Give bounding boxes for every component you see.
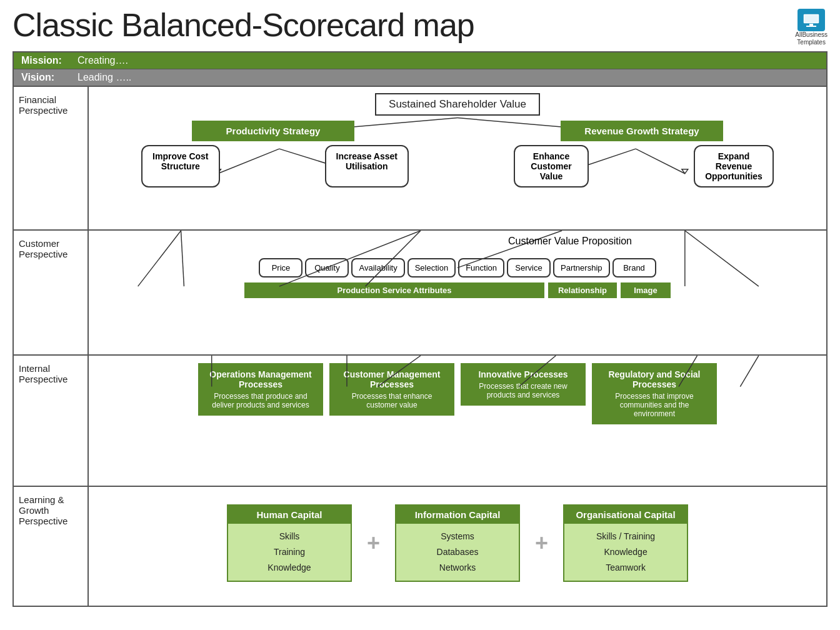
diagram: Mission: Creating…. Vision: Leading ….. … <box>12 51 828 607</box>
customer-label: CustomerPerspective <box>14 231 89 354</box>
header-row: Classic Balanced-Scorecard map AllBusine… <box>12 6 828 46</box>
customer-management-process-box: Customer Management Processes Processes … <box>329 363 454 416</box>
revenue-strategy-box: Revenue Growth Strategy <box>561 121 723 141</box>
innovative-process-box: Innovative Processes Processes that crea… <box>461 363 586 406</box>
information-capital-box: Information Capital Systems Databases Ne… <box>395 504 520 582</box>
attr-selection: Selection <box>408 258 456 278</box>
internal-body: Operations Management Processes Processe… <box>89 356 826 486</box>
attr-availability: Availability <box>351 258 404 278</box>
mission-row: Mission: Creating…. <box>14 52 826 69</box>
financial-body: Sustained Shareholder Value Productivity… <box>89 87 826 229</box>
vision-row: Vision: Leading ….. <box>14 69 826 87</box>
plus-sign-2: + <box>535 530 548 556</box>
logo-box: AllBusinessTemplates <box>795 9 828 46</box>
organisational-capital-title: Organisational Capital <box>564 506 687 524</box>
learning-section: Learning &GrowthPerspective Human Capita… <box>14 487 826 606</box>
human-capital-box: Human Capital Skills Training Knowledge <box>227 504 352 582</box>
learning-label: Learning &GrowthPerspective <box>14 487 89 606</box>
human-capital-title: Human Capital <box>228 506 351 524</box>
bottom-bars: Production Service Attributes Relationsh… <box>91 282 824 298</box>
attribute-row: Price Quality Availability Selection Fun… <box>91 258 824 278</box>
financial-label: FinancialPerspective <box>14 87 89 229</box>
customer-section: CustomerPerspective <box>14 231 826 356</box>
page-wrapper: Classic Balanced-Scorecard map AllBusine… <box>0 0 840 619</box>
attr-service: Service <box>507 258 551 278</box>
information-capital-title: Information Capital <box>396 506 519 524</box>
cvp-area: Customer Value Proposition <box>91 236 824 253</box>
human-capital-items: Skills Training Knowledge <box>228 524 351 581</box>
cvp-label: Customer Value Proposition <box>508 236 632 247</box>
productivity-strategy-box: Productivity Strategy <box>192 121 354 141</box>
internal-section: InternalPerspective Operations Managemen… <box>14 356 826 487</box>
financial-layout: Sustained Shareholder Value Productivity… <box>89 87 826 200</box>
shareholder-box: Sustained Shareholder Value <box>375 93 540 116</box>
relationship-bar: Relationship <box>548 282 617 298</box>
enhance-customer-box: EnhanceCustomerValue <box>514 145 589 188</box>
operations-process-box: Operations Management Processes Processe… <box>198 363 323 416</box>
information-capital-items: Systems Databases Networks <box>396 524 519 581</box>
financial-section: FinancialPerspective <box>14 87 826 231</box>
attr-partnership: Partnership <box>553 258 609 278</box>
svg-rect-2 <box>806 26 816 27</box>
organisational-capital-box: Organisational Capital Skills / Training… <box>563 504 688 582</box>
attr-brand: Brand <box>612 258 656 278</box>
attr-function: Function <box>458 258 504 278</box>
vision-value: Leading ….. <box>78 72 131 83</box>
page-title: Classic Balanced-Scorecard map <box>12 6 474 44</box>
learning-body: Human Capital Skills Training Knowledge … <box>89 487 826 606</box>
logo-text: AllBusinessTemplates <box>795 31 828 46</box>
prod-service-bar: Production Service Attributes <box>244 282 544 298</box>
attr-price: Price <box>259 258 302 278</box>
svg-rect-1 <box>809 24 813 26</box>
plus-sign-1: + <box>367 530 380 556</box>
customer-body: Customer Value Proposition Price Quality… <box>89 231 826 354</box>
regulatory-process-box: Regulatory and Social Processes Processe… <box>592 363 717 424</box>
increase-asset-box: Increase AssetUtilisation <box>325 145 409 188</box>
improve-cost-box: Improve CostStructure <box>141 145 219 188</box>
image-bar: Image <box>621 282 671 298</box>
mission-label: Mission: <box>21 55 78 66</box>
organisational-capital-items: Skills / Training Knowledge Teamwork <box>564 524 687 581</box>
customer-grid: Customer Value Proposition Price Quality… <box>89 231 826 303</box>
internal-label: InternalPerspective <box>14 356 89 486</box>
logo-icon <box>798 9 825 31</box>
mission-value: Creating…. <box>78 55 128 66</box>
svg-rect-3 <box>804 15 818 22</box>
vision-label: Vision: <box>21 72 78 83</box>
expand-revenue-box: ExpandRevenueOpportunities <box>694 145 774 188</box>
attr-quality: Quality <box>305 258 349 278</box>
learning-content: Human Capital Skills Training Knowledge … <box>89 487 826 599</box>
internal-content: Operations Management Processes Processe… <box>89 356 826 481</box>
